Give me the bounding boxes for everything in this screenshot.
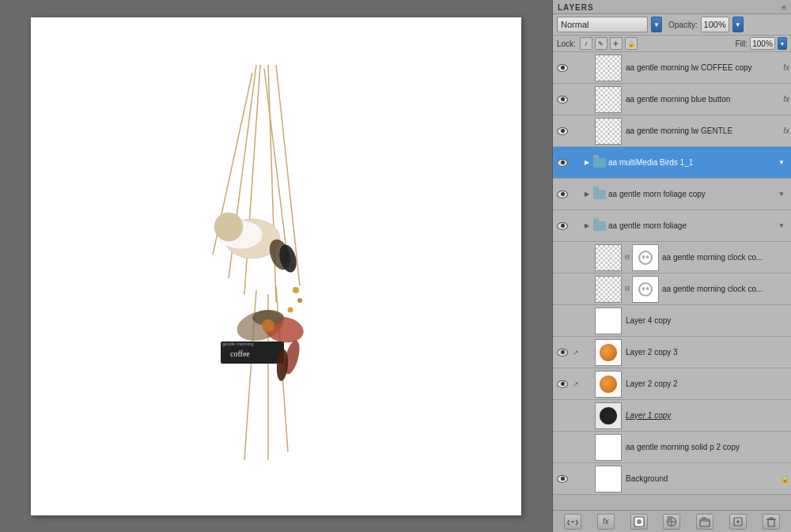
layer-name-layer-multimedia-birds: aa multiMedia Birds 1_1: [607, 158, 778, 167]
layer-row-layer-lw-gentle[interactable]: aa gentle morning lw GENTLEfx: [553, 115, 791, 147]
opacity-arrow[interactable]: ▼: [732, 17, 744, 32]
lock-paint-icon[interactable]: ✎: [595, 37, 607, 50]
dark-circle: [600, 407, 617, 424]
svg-point-11: [214, 213, 243, 241]
layer-thumbnail-layer-lw-gentle: [595, 118, 622, 145]
orange-circle: [600, 375, 617, 393]
lock-icon-layer-background: 🔒: [780, 474, 789, 483]
folder-shape: [593, 158, 606, 168]
layer-name-layer-solid-p2-copy: aa gentle morning solid p 2 copy: [624, 443, 789, 451]
layer-row-layer-2-copy-3[interactable]: ↗Layer 2 copy 3: [553, 337, 791, 368]
link-layers-button[interactable]: [564, 514, 581, 530]
layer-name-layer-1-copy: Layer 1 copy: [624, 411, 789, 420]
eye-visibility-layer-foliage-copy[interactable]: [554, 191, 570, 198]
layer-row-layer-foliage[interactable]: ▶aa gentle morn foliage▼: [553, 210, 791, 242]
fill-label: Fill:: [735, 40, 747, 48]
lock-move-icon[interactable]: ✛: [610, 37, 623, 50]
canvas-area: coffee gentle morning: [0, 0, 552, 532]
layer-name-layer-blue-button: aa gentle morning blue button: [624, 95, 781, 104]
eye-icon: [557, 64, 568, 72]
svg-point-21: [293, 287, 299, 293]
panel-footer: fx: [553, 510, 791, 532]
layer-row-layer-multimedia-birds[interactable]: ▶aa multiMedia Birds 1_1▼: [553, 147, 791, 179]
fx-button[interactable]: fx: [597, 514, 615, 530]
mask-thumbnail-layer-clock-co-1: [632, 244, 659, 271]
layer-thumbnail-layer-1-copy: [595, 402, 622, 429]
panel-title: LAYERS: [558, 3, 594, 12]
opacity-value[interactable]: 100%: [701, 17, 729, 32]
eye-visibility-layer-lw-gentle[interactable]: [554, 127, 570, 135]
layer-name-layer-background: Background: [624, 474, 777, 483]
layer-name-layer-coffee-copy: aa gentle morning lw COFFEE copy: [624, 63, 781, 72]
layer-name-layer-2-copy-2: Layer 2 copy 2: [624, 379, 789, 388]
svg-point-23: [288, 307, 293, 312]
mask-thumbnail-layer-clock-co-2: [632, 276, 659, 303]
eye-visibility-layer-2-copy-3[interactable]: [554, 349, 570, 357]
warp-icon-layer-2-copy-3: ↗: [570, 349, 581, 357]
svg-point-22: [297, 298, 302, 303]
eye-icon: [557, 127, 568, 135]
expand-arrow-layer-foliage-copy[interactable]: ▶: [581, 191, 592, 198]
panel-menu-icon[interactable]: ≡: [782, 3, 786, 12]
group-collapse-arrow-layer-foliage[interactable]: ▼: [778, 222, 788, 229]
eye-icon: [557, 349, 568, 357]
eye-visibility-layer-multimedia-birds[interactable]: [554, 159, 570, 167]
layer-name-layer-clock-co-1: aa gentle morning clock co...: [660, 253, 789, 262]
layer-thumbnail-layer-blue-button: [595, 86, 622, 113]
fill-value[interactable]: 100%: [750, 37, 775, 50]
fill-arrow[interactable]: ▼: [778, 37, 787, 50]
folder-shape: [593, 190, 606, 199]
layer-row-layer-2-copy-2[interactable]: ↗Layer 2 copy 2: [553, 368, 791, 400]
mask-button[interactable]: [630, 514, 648, 530]
group-collapse-arrow-layer-foliage-copy[interactable]: ▼: [778, 191, 788, 198]
new-group-button[interactable]: [696, 514, 713, 530]
layer-thumbnail-layer-clock-co-2: [595, 276, 622, 303]
layer-name-layer-2-copy-3: Layer 2 copy 3: [624, 348, 789, 357]
folder-icon-layer-multimedia-birds: [592, 158, 607, 168]
blend-mode-arrow[interactable]: ▼: [651, 17, 662, 32]
eye-visibility-layer-coffee-copy[interactable]: [554, 64, 570, 72]
layer-row-layer-foliage-copy[interactable]: ▶aa gentle morn foliage copy▼: [553, 179, 791, 210]
eye-visibility-layer-foliage[interactable]: [554, 222, 570, 230]
blend-mode-select[interactable]: Normal: [557, 17, 648, 32]
new-layer-button[interactable]: [729, 514, 747, 530]
layer-name-layer-clock-co-2: aa gentle morning clock co...: [660, 285, 789, 293]
expand-arrow-layer-foliage[interactable]: ▶: [581, 222, 592, 229]
svg-line-1: [268, 65, 276, 302]
svg-point-17: [262, 319, 274, 332]
mask-face: [638, 282, 653, 296]
chain-link-icon: ⛓: [624, 254, 630, 261]
adjustment-button[interactable]: [663, 514, 680, 530]
eye-visibility-layer-2-copy-2[interactable]: [554, 380, 570, 388]
layers-panel: LAYERS ≡ Normal ▼ Opacity: 100% ▼ Lock: …: [552, 0, 791, 532]
blend-mode-row: Normal ▼ Opacity: 100% ▼: [553, 14, 791, 36]
layer-thumbnail-layer-clock-co-1: [595, 244, 622, 271]
layer-thumbnail-layer-4-copy: [595, 308, 622, 334]
layer-row-layer-clock-co-2[interactable]: ⛓aa gentle morning clock co...: [553, 274, 791, 305]
group-collapse-arrow-layer-multimedia-birds[interactable]: ▼: [778, 159, 788, 166]
layer-thumbnail-layer-2-copy-3: [595, 339, 622, 366]
layer-row-layer-blue-button[interactable]: aa gentle morning blue buttonfx: [553, 84, 791, 115]
layer-thumbnail-layer-2-copy-2: [595, 371, 622, 398]
layer-row-layer-coffee-copy[interactable]: aa gentle morning lw COFFEE copyfx: [553, 52, 791, 84]
svg-text:gentle morning: gentle morning: [222, 341, 254, 346]
layers-list[interactable]: aa gentle morning lw COFFEE copyfxaa gen…: [553, 52, 791, 510]
lock-row: Lock: / ✎ ✛ 🔒 Fill: 100% ▼: [553, 36, 791, 52]
eye-visibility-layer-background[interactable]: [554, 475, 570, 483]
layer-thumbnail-layer-coffee-copy: [595, 55, 622, 81]
lock-all-icon[interactable]: 🔒: [625, 37, 638, 50]
expand-arrow-layer-multimedia-birds[interactable]: ▶: [581, 159, 592, 166]
layer-thumbnail-layer-solid-p2-copy: [595, 434, 622, 461]
eye-visibility-layer-blue-button[interactable]: [554, 96, 570, 104]
layer-row-layer-4-copy[interactable]: Layer 4 copy: [553, 305, 791, 337]
delete-layer-button[interactable]: [763, 514, 780, 530]
artwork-canvas: coffee gentle morning: [165, 57, 387, 468]
blend-mode-value: Normal: [561, 20, 589, 29]
layer-name-layer-4-copy: Layer 4 copy: [624, 316, 789, 325]
layer-row-layer-clock-co-1[interactable]: ⛓aa gentle morning clock co...: [553, 242, 791, 274]
layer-row-layer-solid-p2-copy[interactable]: aa gentle morning solid p 2 copy: [553, 432, 791, 463]
layer-row-layer-1-copy[interactable]: Layer 1 copy: [553, 400, 791, 432]
lock-transparency-icon[interactable]: /: [580, 37, 592, 50]
layer-row-layer-background[interactable]: Background🔒: [553, 463, 791, 495]
fx-badge-layer-coffee-copy: fx: [783, 63, 789, 72]
